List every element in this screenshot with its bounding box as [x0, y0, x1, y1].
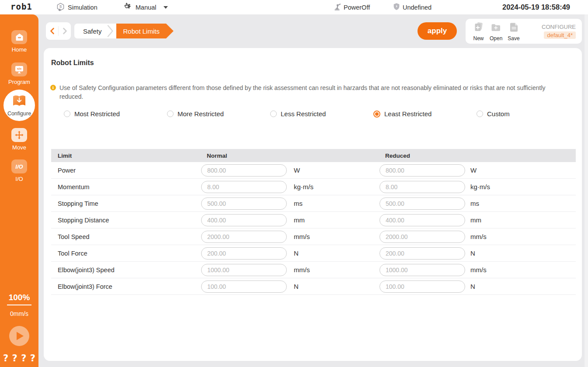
normal-value-input-stopping-distance[interactable]	[201, 214, 287, 226]
radio-option-label: Most Restricted	[74, 110, 120, 118]
forward-button[interactable]	[59, 22, 71, 40]
new-config-button[interactable]: New	[473, 21, 484, 42]
svg-text:S: S	[59, 4, 62, 9]
reduced-value-input-stopping-distance[interactable]	[379, 214, 465, 226]
sidebar-item-label: I/O	[15, 176, 23, 182]
help-row: ????	[0, 353, 38, 364]
speed-percent[interactable]: 100%	[7, 293, 32, 305]
safety-status[interactable]: Undefined	[393, 0, 431, 14]
save-file-icon	[508, 21, 520, 35]
normal-value-input-momentum[interactable]	[201, 181, 287, 193]
history-nav	[46, 22, 71, 40]
configure-panel-title: CONFIGURE	[542, 24, 576, 30]
reduced-unit: mm	[465, 216, 576, 224]
normal-value-input-tool-force[interactable]	[201, 247, 287, 260]
program-icon: </>	[11, 62, 27, 76]
limit-name: Stopping Distance	[51, 217, 201, 224]
table-row-stopping-distance: Stopping Distancemmmm	[51, 212, 576, 229]
sidebar-item-configure[interactable]: Configure	[3, 90, 35, 121]
safety-warning: i Use of Safety Configuration parameters…	[50, 83, 555, 101]
robot-name: rob1	[10, 2, 32, 11]
normal-unit: N	[287, 249, 379, 257]
config-meta: CONFIGURE default_4*	[542, 24, 576, 39]
open-config-button[interactable]: Open	[490, 21, 502, 42]
limit-name: Tool Force	[51, 250, 201, 257]
help-button-1[interactable]: ?	[3, 353, 8, 364]
simulation-label: Simulation	[68, 4, 97, 11]
breadcrumb-tabs: Safety Robot Limits	[74, 24, 174, 38]
reduced-unit: mm/s	[465, 266, 576, 274]
normal-value-input-stopping-time[interactable]	[201, 197, 287, 210]
vertical-scrollbar[interactable]	[585, 14, 588, 367]
radio-option-more-restricted[interactable]: More Restricted	[167, 110, 270, 118]
file-action-label: Save	[508, 35, 519, 42]
sidebar-item-program[interactable]: </> Program	[8, 62, 30, 85]
config-name-badge[interactable]: default_4*	[544, 31, 576, 39]
save-config-button[interactable]: Save	[508, 21, 519, 42]
reduced-unit: kg·m/s	[465, 183, 576, 190]
limit-name: Power	[51, 167, 201, 174]
simulation-status[interactable]: S Simulation	[56, 0, 97, 14]
system-datetime: 2024-05-19 18:58:49	[502, 0, 570, 14]
radio-option-custom[interactable]: Custom	[477, 110, 580, 118]
reduced-unit: mm/s	[465, 233, 576, 240]
reduced-value-input-tool-speed[interactable]	[379, 231, 465, 243]
help-button-4[interactable]: ?	[30, 353, 35, 364]
radio-unselected-icon[interactable]	[167, 111, 174, 117]
reduced-value-input-power[interactable]	[379, 164, 465, 177]
radio-unselected-icon[interactable]	[64, 111, 70, 117]
radio-unselected-icon[interactable]	[477, 111, 483, 117]
info-icon: i	[50, 85, 56, 90]
tab-label: Safety	[83, 28, 102, 35]
power-label: PowerOff	[344, 4, 370, 11]
limit-name: Stopping Time	[51, 200, 201, 207]
normal-value-input-power[interactable]	[201, 164, 287, 177]
radio-unselected-icon[interactable]	[270, 111, 277, 117]
limit-name: Momentum	[51, 184, 201, 190]
radio-option-label: Custom	[487, 110, 510, 118]
page-title: Robot Limits	[51, 59, 94, 67]
hand-icon	[123, 2, 133, 13]
radio-option-label: More Restricted	[177, 110, 224, 118]
radio-option-least-restricted[interactable]: Least Restricted	[373, 110, 477, 118]
play-button[interactable]	[9, 326, 29, 346]
reduced-value-input-momentum[interactable]	[379, 181, 465, 193]
table-row-elbow-joint3-speed: Elbow(joint3) Speedmm/smm/s	[51, 262, 576, 278]
radio-selected-icon[interactable]	[373, 111, 380, 118]
mode-selector[interactable]: Manual	[123, 0, 168, 14]
normal-unit: mm	[287, 216, 379, 224]
radio-option-label: Less Restricted	[281, 110, 326, 118]
radio-option-most-restricted[interactable]: Most Restricted	[64, 110, 167, 118]
safety-status-label: Undefined	[403, 4, 431, 11]
sidebar-item-io[interactable]: I/O I/O	[11, 159, 27, 182]
chevron-down-icon[interactable]	[164, 6, 168, 9]
radio-option-less-restricted[interactable]: Less Restricted	[270, 110, 373, 118]
robot-limits-card: Robot Limits i Use of Safety Configurati…	[44, 48, 582, 361]
file-action-label: Open	[490, 35, 502, 42]
reduced-value-input-elbow-joint3-force[interactable]	[379, 280, 465, 293]
normal-value-input-elbow-joint3-speed[interactable]	[201, 264, 287, 276]
sidebar-item-home[interactable]: Home	[11, 30, 27, 53]
reduced-unit: N	[465, 283, 576, 290]
help-button-2[interactable]: ?	[12, 353, 17, 364]
back-button[interactable]	[46, 22, 58, 40]
apply-button[interactable]: apply	[418, 22, 457, 40]
reduced-value-input-stopping-time[interactable]	[379, 197, 465, 210]
normal-unit: kg·m/s	[287, 183, 379, 190]
play-icon	[16, 331, 24, 341]
normal-value-input-elbow-joint3-force[interactable]	[201, 280, 287, 293]
tab-safety[interactable]: Safety	[74, 24, 116, 38]
normal-unit: ms	[287, 200, 379, 207]
reduced-value-input-tool-force[interactable]	[379, 247, 465, 260]
home-icon	[11, 30, 27, 44]
tab-robot-limits[interactable]: Robot Limits	[110, 24, 174, 38]
reduced-value-input-elbow-joint3-speed[interactable]	[379, 264, 465, 276]
sidebar-item-move[interactable]: Move	[11, 128, 27, 151]
move-arrows-icon	[11, 128, 27, 142]
help-button-3[interactable]: ?	[21, 353, 26, 364]
normal-value-input-tool-speed[interactable]	[201, 231, 287, 243]
normal-unit: W	[287, 166, 379, 174]
power-status[interactable]: PowerOff	[334, 0, 370, 14]
simulation-icon: S	[56, 2, 65, 13]
tab-label: Robot Limits	[123, 28, 160, 35]
